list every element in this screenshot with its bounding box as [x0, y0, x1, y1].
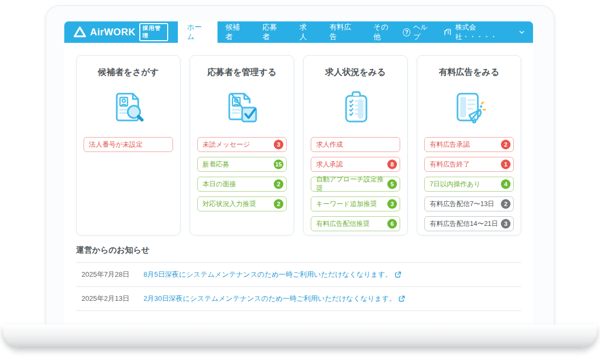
resume-check-icon	[190, 84, 294, 133]
summary-card: 求人状況をみる 求人作成求人承認8自動アプローチ設定推奨5キーワード追加推奨3有…	[303, 55, 408, 236]
card-action-button[interactable]: 有料広告配信14〜21日3	[424, 216, 514, 231]
airwork-triangle-logo-icon	[73, 26, 86, 38]
count-badge: 15	[274, 160, 283, 169]
nav-tab-5[interactable]: その他	[365, 21, 403, 43]
card-title: 求人状況をみる	[304, 67, 407, 78]
card-title: 応募者を管理する	[190, 67, 294, 78]
notice-link[interactable]: 2月30日深夜にシステムメンテナンスのため一時ご利用いただけなくなります。	[144, 294, 405, 304]
nav-tab-2[interactable]: 応募者	[254, 21, 291, 43]
count-badge: 3	[274, 140, 283, 149]
account-label: 株式会社・・・・・	[455, 22, 516, 42]
notice-link-text: 2月30日深夜にシステムメンテナンスのため一時ご利用いただけなくなります。	[144, 294, 396, 304]
notice-date: 2025年2月13日	[81, 294, 130, 304]
card-buttons: 求人作成求人承認8自動アプローチ設定推奨5キーワード追加推奨3有料広告配信推奨6	[304, 137, 407, 231]
external-link-icon	[399, 295, 405, 302]
card-action-button[interactable]: 自動アプローチ設定推奨5	[311, 177, 400, 192]
summary-cards: 候補者をさがす 法人番号が未設定 応募者を管理する 未読メッセージ3新着応募15…	[64, 43, 533, 236]
card-action-button[interactable]: キーワード追加推奨3	[311, 196, 400, 211]
summary-card: 有料広告をみる 有料広告承認2有料広告終了17日以内操作あり4有料広告配信7〜1…	[417, 55, 521, 236]
button-label: 自動アプローチ設定推奨	[316, 175, 387, 193]
card-action-button[interactable]: 対応状況入力推奨2	[197, 196, 287, 211]
notices-title: 運営からのお知らせ	[76, 245, 521, 262]
button-label: 対応状況入力推奨	[202, 200, 256, 209]
brand-badge: 採用管理	[139, 23, 168, 41]
count-badge: 2	[501, 140, 511, 149]
button-label: 有料広告承認	[430, 140, 470, 149]
count-badge: 8	[387, 160, 397, 169]
external-link-icon	[395, 271, 401, 278]
button-label: 求人承認	[316, 160, 343, 169]
clipboard-checklist-icon	[304, 84, 407, 133]
notices-section: 運営からのお知らせ 2025年7月28日8月5日深夜にシステムメンテナンスのため…	[76, 245, 521, 311]
button-label: 新着応募	[202, 160, 229, 169]
button-label: 求人作成	[316, 140, 343, 149]
notice-row: 2025年2月13日2月30日深夜にシステムメンテナンスのため一時ご利用いただけ…	[76, 286, 521, 311]
button-label: 有料広告配信14〜21日	[430, 219, 498, 229]
count-badge: 3	[501, 219, 511, 229]
question-mark-icon: ?	[403, 28, 411, 36]
card-title: 有料広告をみる	[417, 67, 521, 78]
button-label: 有料広告終了	[430, 160, 470, 169]
card-action-button[interactable]: 法人番号が未設定	[84, 137, 173, 152]
notice-link[interactable]: 8月5日深夜にシステムメンテナンスのため一時ご利用いただけなくなります。	[144, 270, 401, 279]
button-label: キーワード追加推奨	[316, 200, 377, 209]
ad-megaphone-icon	[417, 84, 521, 133]
button-label: 7日以内操作あり	[430, 180, 481, 189]
card-action-button[interactable]: 有料広告配信推奨6	[311, 216, 400, 231]
card-action-button[interactable]: 求人承認8	[311, 157, 400, 172]
card-title: 候補者をさがす	[77, 67, 180, 78]
count-badge: 4	[501, 179, 511, 189]
button-label: 法人番号が未設定	[89, 140, 142, 149]
count-badge: 3	[387, 199, 397, 209]
nav-tab-1[interactable]: 候補者	[218, 21, 254, 43]
app-logo[interactable]: AirWORK 採用管理	[64, 21, 178, 43]
card-action-button[interactable]: 新着応募15	[197, 157, 287, 172]
brand-name: AirWORK	[90, 27, 136, 38]
laptop-lid: AirWORK 採用管理 ホーム候補者応募者求人有料広告その他 ? ヘルプ	[46, 5, 554, 325]
count-badge: 5	[387, 179, 397, 189]
card-buttons: 有料広告承認2有料広告終了17日以内操作あり4有料広告配信7〜13日2有料広告配…	[417, 137, 521, 231]
notices-list: 2025年7月28日8月5日深夜にシステムメンテナンスのため一時ご利用いただけな…	[76, 262, 521, 311]
button-label: 有料広告配信推奨	[316, 219, 370, 229]
button-label: 本日の面接	[202, 180, 236, 189]
card-action-button[interactable]: 有料広告承認2	[424, 137, 514, 152]
card-action-button[interactable]: 有料広告配信7〜13日2	[424, 196, 514, 211]
notice-date: 2025年7月28日	[81, 270, 130, 279]
card-action-button[interactable]: 本日の面接2	[197, 177, 287, 192]
card-buttons: 未読メッセージ3新着応募15本日の面接2対応状況入力推奨2	[190, 137, 294, 211]
notice-row: 2025年7月28日8月5日深夜にシステムメンテナンスのため一時ご利用いただけな…	[76, 262, 521, 286]
card-action-button[interactable]: 求人作成	[311, 137, 400, 152]
app-header: AirWORK 採用管理 ホーム候補者応募者求人有料広告その他 ? ヘルプ	[64, 21, 533, 43]
resume-search-icon	[77, 84, 180, 133]
count-badge: 6	[387, 219, 397, 229]
nav-tab-4[interactable]: 有料広告	[321, 21, 365, 43]
card-action-button[interactable]: 未読メッセージ3	[197, 137, 287, 152]
help-label: ヘルプ	[413, 22, 434, 42]
card-buttons: 法人番号が未設定	[77, 137, 180, 152]
notice-link-text: 8月5日深夜にシステムメンテナンスのため一時ご利用いただけなくなります。	[144, 270, 392, 279]
count-badge: 2	[274, 179, 283, 189]
summary-card: 応募者を管理する 未読メッセージ3新着応募15本日の面接2対応状況入力推奨2	[190, 55, 294, 236]
count-badge: 2	[274, 199, 283, 209]
header-right: ? ヘルプ 株式会社・・・・・	[403, 21, 533, 43]
nav-tab-3[interactable]: 求人	[291, 21, 321, 43]
summary-card: 候補者をさがす 法人番号が未設定	[76, 55, 181, 236]
button-label: 有料広告配信7〜13日	[430, 200, 494, 209]
laptop-base	[3, 324, 597, 347]
count-badge: 2	[501, 199, 511, 209]
chevron-down-icon	[519, 31, 524, 34]
card-action-button[interactable]: 7日以内操作あり4	[424, 177, 514, 192]
nav-tabs: ホーム候補者応募者求人有料広告その他	[178, 21, 403, 43]
laptop-mockup: AirWORK 採用管理 ホーム候補者応募者求人有料広告その他 ? ヘルプ	[0, 0, 600, 364]
nav-tab-0[interactable]: ホーム	[178, 21, 218, 43]
account-menu[interactable]: 株式会社・・・・・	[444, 22, 524, 42]
button-label: 未読メッセージ	[202, 140, 250, 149]
company-building-icon	[444, 28, 452, 36]
app-screen: AirWORK 採用管理 ホーム候補者応募者求人有料広告その他 ? ヘルプ	[64, 21, 533, 324]
count-badge: 1	[501, 160, 511, 169]
help-button[interactable]: ? ヘルプ	[403, 22, 434, 42]
card-action-button[interactable]: 有料広告終了1	[424, 157, 514, 172]
